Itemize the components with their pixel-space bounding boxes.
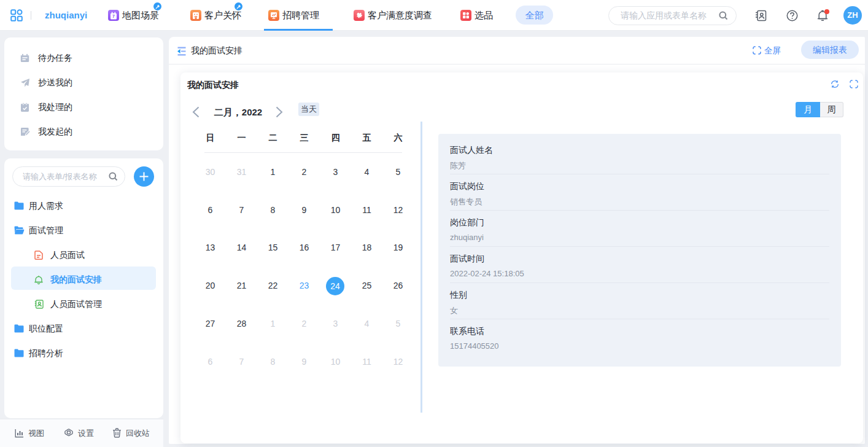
svg-text:7: 7 bbox=[112, 14, 115, 18]
